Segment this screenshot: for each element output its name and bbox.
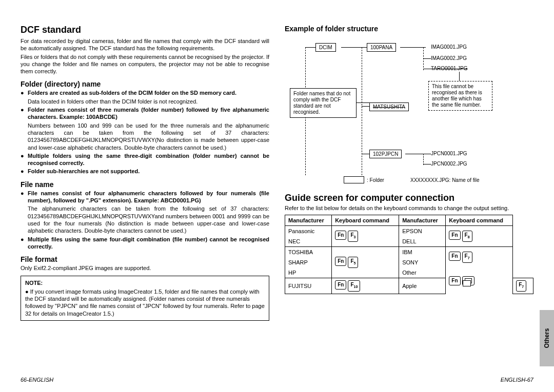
note-body: ● If you convert image formats using Ima… xyxy=(25,288,265,317)
legend-folder-box xyxy=(344,176,364,183)
table-cell-keyboard: FnF8 xyxy=(446,226,513,247)
folder-bullet-2: ●Folder names consist of three numerals … xyxy=(28,106,269,121)
table-cell-manufacturer: SONY xyxy=(399,257,446,267)
table-cell-manufacturer: Other xyxy=(399,267,446,278)
file-taro0001: TARO0001.JPG xyxy=(431,66,468,71)
keyboard-table: Manufacturer Keyboard command Manufactur… xyxy=(285,215,533,294)
format-heading: File format xyxy=(21,255,269,263)
th-manufacturer-2: Manufacturer xyxy=(399,215,446,226)
note-box: NOTE: ● If you convert image formats usi… xyxy=(21,276,269,320)
footer-left: 66-ENGLISH xyxy=(21,377,53,383)
table-cell-manufacturer: TOSHIBA xyxy=(285,247,332,258)
dcim-box: DCIM xyxy=(315,43,336,52)
folder-heading: Folder (directory) name xyxy=(21,80,269,88)
file-bullet-2: ●Multiple files using the same four-digi… xyxy=(28,236,269,251)
format-text: Only Exif2.2-compliant JPEG images are s… xyxy=(21,264,269,272)
folder-bullet-1: ●Folders are created as sub-folders of t… xyxy=(28,89,269,96)
folder-matsushita: MATSUSHITA xyxy=(369,102,409,111)
table-cell-manufacturer: DELL xyxy=(399,236,446,247)
guide-text: Refer to the list below for details on t… xyxy=(285,204,533,212)
table-cell-manufacturer: EPSON xyxy=(399,226,446,237)
table-cell-keyboard: F7 xyxy=(513,278,533,294)
th-keyboard-2: Keyboard command xyxy=(446,215,513,226)
folder-102pjpcn: 102PJPCN xyxy=(369,150,402,158)
folder-diagram: DCIM 100PANA IMAG0001.JPG IMAG0002.JPG T… xyxy=(285,37,533,185)
table-cell-keyboard: Fn xyxy=(446,267,513,294)
table-cell-manufacturer: IBM xyxy=(399,247,446,258)
table-cell-keyboard: FnF10 xyxy=(332,278,399,294)
callout-left: Folder names that do not comply with the… xyxy=(290,88,357,118)
file-bullet-1: ●File names consist of four alphanumeric… xyxy=(28,190,269,204)
file-jpcn0001: JPCN0001.JPG xyxy=(431,151,467,156)
file-jpcn0002: JPCN0002.JPG xyxy=(431,161,467,167)
guide-heading: Guide screen for computer connection xyxy=(285,193,533,203)
example-heading: Example of folder structure xyxy=(285,25,533,33)
callout-right: This file cannot be recognised as there … xyxy=(428,81,492,111)
file-imag0001: IMAG0001.JPG xyxy=(431,44,467,50)
file-heading: File name xyxy=(21,180,269,189)
folder-sub1: Data located in folders other than the D… xyxy=(21,98,269,105)
folder-bullet-4: ●Folder sub-hierarchies are not supporte… xyxy=(28,168,269,175)
table-cell-manufacturer: FUJITSU xyxy=(285,278,332,294)
table-cell-manufacturer: HP xyxy=(285,267,332,278)
table-cell-manufacturer: Panasonic xyxy=(285,226,332,237)
dcf-intro1: For data recorded by digital cameras, fo… xyxy=(21,37,269,52)
table-cell-manufacturer: NEC xyxy=(285,236,332,247)
table-cell-keyboard: FnF3 xyxy=(332,226,399,247)
table-cell-manufacturer: SHARP xyxy=(285,257,332,267)
th-keyboard-1: Keyboard command xyxy=(332,215,399,226)
dcf-intro2: Files or folders that do not comply with… xyxy=(21,53,269,75)
side-tab-others: Others xyxy=(540,310,554,366)
left-column: DCF standard For data recorded by digita… xyxy=(21,25,269,321)
file-imag0002: IMAG0002.JPG xyxy=(431,55,467,61)
folder-sub2: Numbers between 100 and 999 can be used … xyxy=(21,122,269,151)
right-column: Example of folder structure DCIM 100PANA… xyxy=(285,25,533,321)
table-cell-keyboard: FnF7 xyxy=(446,247,513,268)
table-cell-keyboard: FnF5 xyxy=(332,247,399,278)
legend-folder: : Folder xyxy=(367,177,384,183)
folder-bullet-3: ●Multiple folders using the same three-d… xyxy=(28,152,269,167)
legend-file: XXXXXXXX.JPG: Name of file xyxy=(410,177,480,183)
footer-right: ENGLISH-67 xyxy=(501,377,533,383)
th-manufacturer-1: Manufacturer xyxy=(285,215,332,226)
table-cell-manufacturer: Apple xyxy=(399,278,446,294)
folder-100pana: 100PANA xyxy=(367,43,396,52)
file-sub1: The alphanumeric characters can be taken… xyxy=(21,205,269,234)
dcf-heading: DCF standard xyxy=(21,25,269,35)
note-title: NOTE: xyxy=(25,279,265,286)
